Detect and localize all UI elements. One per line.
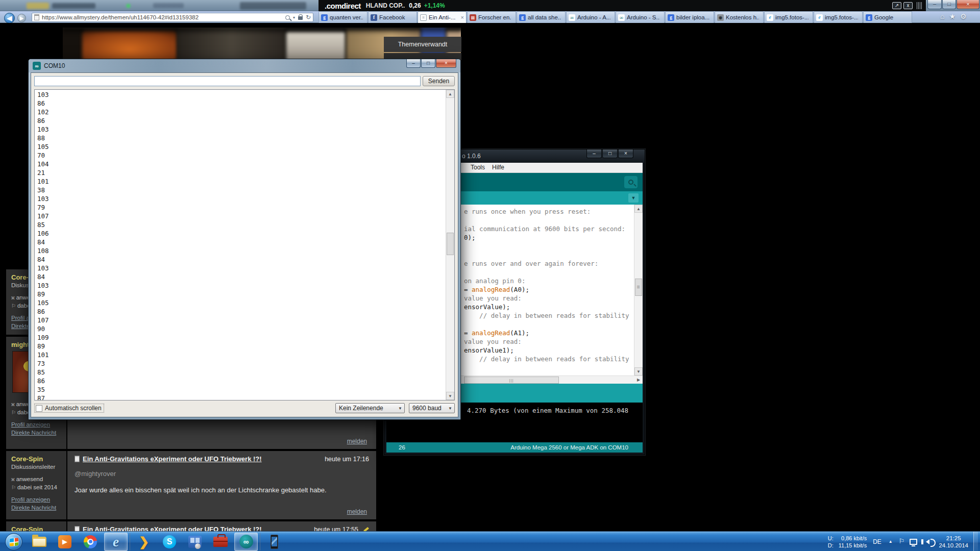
scroll-down-icon[interactable]: ▼ (634, 367, 643, 375)
browser-tab[interactable]: ≡ Ein Anti-... × (418, 11, 467, 23)
taskbar-media-player-button[interactable]: ▶ (53, 533, 77, 551)
browser-close-button[interactable]: × (957, 0, 979, 9)
checkbox-box[interactable] (36, 405, 42, 412)
browser-tab[interactable]: e img5.fotos-... (814, 11, 863, 23)
address-bar[interactable]: https://www.allmystery.de/themen/uh11467… (32, 13, 313, 22)
serial-close-button[interactable]: × (436, 59, 456, 68)
browser-tab[interactable]: f Facebook (368, 11, 417, 23)
taskbar-internet-explorer-button[interactable]: e (104, 533, 128, 551)
post-user-column: Core-Spin ж ⚐ (6, 521, 66, 531)
post-mention[interactable]: @mightyrover (75, 470, 369, 478)
serial-value: 101 (37, 177, 49, 186)
serial-value: 79 (37, 203, 49, 212)
serial-minimize-button[interactable]: – (406, 59, 421, 68)
show-desktop-button[interactable] (973, 532, 978, 551)
keyboard-language-indicator[interactable]: DE (873, 538, 881, 545)
clock[interactable]: 21:25 24.10.2014 (939, 535, 968, 549)
send-button[interactable]: Senden (423, 76, 455, 86)
taskbar-phone-button[interactable] (262, 533, 286, 551)
report-link[interactable]: melden (347, 508, 367, 515)
serial-send-input[interactable] (34, 76, 421, 86)
arduino-icon: ∞ (239, 535, 253, 548)
browser-tab[interactable]: g bilder iploa... (665, 11, 714, 23)
ticker-grip[interactable] (917, 2, 922, 9)
network-icon[interactable] (910, 539, 917, 545)
browser-tab[interactable]: g all data she... (517, 11, 566, 23)
taskbar-explorer-button[interactable] (28, 533, 51, 551)
serial-maximize-button[interactable]: □ (421, 59, 435, 68)
ide-minimize-button[interactable]: – (586, 149, 602, 158)
browser-titlebar: .comdirect HLAND COP.. 0,26 +1,14% ↗ x –… (0, 0, 980, 11)
editor-vertical-scrollbar[interactable]: ▲ ☰ ▼ (634, 205, 643, 375)
action-center-flag-icon[interactable]: ⚐ (899, 537, 905, 545)
browser-tab[interactable]: g quanten ver... (318, 11, 368, 23)
taskbar-prompt-button[interactable]: ❯ (132, 533, 156, 551)
post-title-link[interactable]: Ein Anti-Gravitations eXperiment oder UF… (83, 525, 311, 531)
taskbar-toolbox-button[interactable] (209, 533, 232, 551)
scrollbar-thumb[interactable] (447, 233, 454, 255)
tab-favicon: ≡ (420, 14, 427, 21)
ticker-close-icon[interactable]: x (903, 2, 913, 9)
scroll-up-icon[interactable]: ▲ (634, 205, 643, 213)
scroll-up-icon[interactable]: ▲ (446, 90, 454, 98)
back-button[interactable]: ◀ (4, 13, 15, 23)
scrollbar-thumb[interactable]: ||| (464, 377, 559, 384)
page-favicon (34, 14, 39, 20)
member-since-icon: ⚐ (11, 485, 16, 490)
post-username[interactable]: Core-Spin (11, 525, 63, 531)
autoscroll-checkbox[interactable]: Automatisch scrollen (34, 404, 104, 413)
scrollbar-thumb[interactable]: ☰ (635, 279, 642, 296)
browser-tab[interactable]: ▤ Forscher en... (467, 11, 516, 23)
tab-label: Forscher en... (478, 14, 511, 20)
browser-tab[interactable]: ∞ Arduino - S... (616, 11, 665, 23)
menu-item[interactable]: Tools (471, 164, 485, 171)
profile-link[interactable]: Profil anzeigen (11, 420, 63, 429)
taskbar-arduino-button[interactable]: ∞ (234, 533, 258, 551)
direct-message-link[interactable]: Direkte Nachricht (11, 504, 63, 512)
browser-tab[interactable]: ∞ Arduino - A... (566, 11, 615, 23)
taskbar-control-panel-button[interactable] (183, 533, 207, 551)
speaker-icon[interactable] (923, 539, 929, 544)
gear-icon[interactable]: ⚙ (960, 12, 967, 20)
post-username[interactable]: Core-Spin (11, 455, 63, 463)
browser-minimize-button[interactable]: – (927, 0, 942, 9)
ticker-popout-icon[interactable]: ↗ (892, 2, 901, 9)
ticker-change: +1,14% (424, 2, 445, 9)
line-ending-select[interactable]: Kein Zeilenende ▼ (335, 403, 405, 413)
forward-button[interactable]: ▶ (17, 14, 26, 22)
direct-message-link[interactable]: Direkte Nachricht (11, 429, 63, 437)
baud-rate-select[interactable]: 9600 baud ▼ (409, 403, 455, 413)
tab-label: Arduino - A... (577, 14, 610, 20)
profile-link[interactable]: Profil anzeigen (11, 495, 63, 504)
serial-titlebar[interactable]: ∞ COM10 (29, 59, 460, 72)
tray-expand-icon[interactable]: ▲ (889, 539, 893, 544)
chevron-down-icon[interactable]: ▾ (293, 15, 295, 20)
taskbar-chrome-button[interactable] (79, 533, 102, 551)
tab-close-icon[interactable]: × (461, 14, 464, 20)
search-icon[interactable] (285, 15, 290, 20)
browser-maximize-button[interactable]: □ (942, 0, 956, 9)
serial-output-area[interactable]: 1038610286103881057010421101381037910785… (34, 89, 455, 400)
ide-close-button[interactable]: × (618, 149, 633, 158)
media-player-icon: ▶ (58, 535, 71, 548)
report-link[interactable]: melden (347, 438, 367, 445)
home-icon[interactable]: ⌂ (940, 12, 944, 20)
menu-item[interactable]: Hilfe (492, 164, 504, 171)
sketch-tab-dropdown[interactable]: ▼ (628, 193, 639, 203)
browser-tab[interactable]: g Google (863, 11, 912, 23)
browser-tab[interactable]: e img5.fotos-... (764, 11, 813, 23)
ide-maximize-button[interactable]: □ (602, 149, 618, 158)
chevron-down-icon: ▼ (448, 406, 452, 411)
url-text[interactable]: https://www.allmystery.de/themen/uh11467… (42, 14, 283, 20)
favorites-star-icon[interactable]: ★ (949, 12, 955, 20)
post-title-link[interactable]: Ein Anti-Gravitations eXperiment oder UF… (83, 455, 322, 463)
scroll-right-icon[interactable]: ▶ (634, 377, 643, 384)
serial-monitor-button[interactable] (624, 176, 638, 188)
taskbar-skype-button[interactable]: S (158, 533, 181, 551)
refresh-icon[interactable]: ↻ (306, 14, 311, 20)
code-line: value you read: (464, 294, 633, 303)
browser-tab[interactable]: ◉ Kostenlos h... (715, 11, 764, 23)
scroll-down-icon[interactable]: ▼ (446, 392, 454, 400)
serial-scrollbar[interactable]: ▲ ▼ (446, 90, 454, 400)
start-button[interactable] (2, 533, 26, 551)
